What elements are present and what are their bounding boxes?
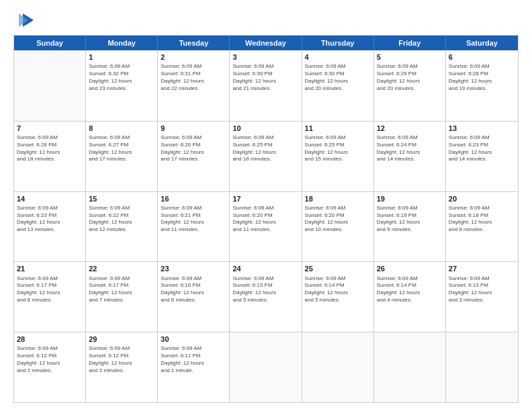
day-info: Sunrise: 6:09 AM Sunset: 6:20 PM Dayligh… [232, 205, 298, 234]
day-info: Sunrise: 6:09 AM Sunset: 6:28 PM Dayligh… [17, 134, 83, 163]
header-day-thursday: Thursday [302, 36, 374, 50]
day-cell-15: 15Sunrise: 6:09 AM Sunset: 6:22 PM Dayli… [86, 192, 158, 262]
calendar-header: SundayMondayTuesdayWednesdayThursdayFrid… [14, 36, 518, 50]
day-number: 21 [17, 264, 83, 273]
day-info: Sunrise: 6:09 AM Sunset: 6:19 PM Dayligh… [377, 205, 443, 234]
day-cell-3: 3Sunrise: 6:09 AM Sunset: 6:30 PM Daylig… [230, 50, 302, 121]
day-number: 18 [305, 194, 371, 203]
day-info: Sunrise: 6:09 AM Sunset: 6:14 PM Dayligh… [305, 275, 371, 304]
day-info: Sunrise: 6:09 AM Sunset: 6:16 PM Dayligh… [161, 275, 226, 304]
day-info: Sunrise: 6:09 AM Sunset: 6:12 PM Dayligh… [89, 345, 154, 374]
calendar: SundayMondayTuesdayWednesdayThursdayFrid… [13, 35, 519, 403]
week-row-5: 28Sunrise: 6:09 AM Sunset: 6:12 PM Dayli… [14, 332, 518, 402]
day-number: 13 [449, 124, 515, 133]
day-info: Sunrise: 6:09 AM Sunset: 6:23 PM Dayligh… [17, 205, 83, 234]
day-info: Sunrise: 6:09 AM Sunset: 6:18 PM Dayligh… [449, 205, 515, 234]
day-info: Sunrise: 6:09 AM Sunset: 6:17 PM Dayligh… [89, 275, 154, 304]
day-number: 29 [89, 334, 154, 344]
day-cell-18: 18Sunrise: 6:09 AM Sunset: 6:20 PM Dayli… [302, 192, 374, 262]
day-info: Sunrise: 6:09 AM Sunset: 6:30 PM Dayligh… [305, 63, 371, 92]
day-cell-19: 19Sunrise: 6:09 AM Sunset: 6:19 PM Dayli… [374, 192, 446, 262]
header-day-friday: Friday [374, 36, 446, 50]
day-cell-17: 17Sunrise: 6:09 AM Sunset: 6:20 PM Dayli… [230, 192, 302, 262]
day-cell-21: 21Sunrise: 6:09 AM Sunset: 6:17 PM Dayli… [14, 262, 86, 332]
day-info: Sunrise: 6:09 AM Sunset: 6:27 PM Dayligh… [89, 134, 154, 163]
day-info: Sunrise: 6:09 AM Sunset: 6:28 PM Dayligh… [449, 63, 515, 92]
day-cell-24: 24Sunrise: 6:09 AM Sunset: 6:15 PM Dayli… [230, 262, 302, 332]
day-number: 30 [161, 334, 226, 344]
day-number: 7 [17, 124, 83, 133]
day-cell-22: 22Sunrise: 6:09 AM Sunset: 6:17 PM Dayli… [86, 262, 158, 332]
header-day-tuesday: Tuesday [158, 36, 230, 50]
empty-cell [230, 332, 302, 402]
day-cell-6: 6Sunrise: 6:09 AM Sunset: 6:28 PM Daylig… [446, 50, 518, 121]
day-info: Sunrise: 6:09 AM Sunset: 6:13 PM Dayligh… [449, 275, 515, 304]
day-info: Sunrise: 6:09 AM Sunset: 6:22 PM Dayligh… [89, 205, 154, 234]
day-cell-20: 20Sunrise: 6:09 AM Sunset: 6:18 PM Dayli… [446, 192, 518, 262]
empty-cell [14, 50, 86, 121]
day-info: Sunrise: 6:09 AM Sunset: 6:29 PM Dayligh… [377, 63, 443, 92]
week-row-2: 7Sunrise: 6:09 AM Sunset: 6:28 PM Daylig… [14, 121, 518, 191]
day-info: Sunrise: 6:09 AM Sunset: 6:30 PM Dayligh… [232, 63, 298, 92]
logo-icon [16, 11, 35, 30]
day-number: 8 [89, 124, 154, 133]
day-info: Sunrise: 6:09 AM Sunset: 6:15 PM Dayligh… [232, 275, 298, 304]
day-number: 24 [232, 264, 298, 273]
day-info: Sunrise: 6:09 AM Sunset: 6:17 PM Dayligh… [17, 275, 83, 304]
day-cell-7: 7Sunrise: 6:09 AM Sunset: 6:28 PM Daylig… [14, 122, 86, 191]
day-cell-9: 9Sunrise: 6:09 AM Sunset: 6:26 PM Daylig… [158, 122, 230, 191]
header-day-wednesday: Wednesday [230, 36, 302, 50]
day-cell-27: 27Sunrise: 6:09 AM Sunset: 6:13 PM Dayli… [446, 262, 518, 332]
day-cell-10: 10Sunrise: 6:09 AM Sunset: 6:25 PM Dayli… [230, 122, 302, 191]
day-number: 26 [377, 264, 443, 273]
day-number: 10 [232, 124, 298, 133]
day-number: 28 [17, 334, 83, 344]
day-cell-1: 1Sunrise: 6:09 AM Sunset: 6:32 PM Daylig… [86, 50, 158, 121]
day-cell-30: 30Sunrise: 6:09 AM Sunset: 6:11 PM Dayli… [158, 332, 230, 402]
day-cell-14: 14Sunrise: 6:09 AM Sunset: 6:23 PM Dayli… [14, 192, 86, 262]
empty-cell [446, 332, 518, 402]
day-cell-8: 8Sunrise: 6:09 AM Sunset: 6:27 PM Daylig… [86, 122, 158, 191]
day-cell-16: 16Sunrise: 6:09 AM Sunset: 6:21 PM Dayli… [158, 192, 230, 262]
day-number: 20 [449, 194, 515, 203]
week-row-1: 1Sunrise: 6:09 AM Sunset: 6:32 PM Daylig… [14, 50, 518, 121]
day-info: Sunrise: 6:09 AM Sunset: 6:23 PM Dayligh… [449, 134, 515, 163]
day-number: 5 [377, 52, 443, 62]
header-day-monday: Monday [86, 36, 158, 50]
day-info: Sunrise: 6:09 AM Sunset: 6:20 PM Dayligh… [305, 205, 371, 234]
calendar-body: 1Sunrise: 6:09 AM Sunset: 6:32 PM Daylig… [14, 50, 518, 402]
day-number: 3 [232, 52, 298, 62]
day-cell-23: 23Sunrise: 6:09 AM Sunset: 6:16 PM Dayli… [158, 262, 230, 332]
day-info: Sunrise: 6:09 AM Sunset: 6:26 PM Dayligh… [161, 134, 226, 163]
day-info: Sunrise: 6:09 AM Sunset: 6:12 PM Dayligh… [17, 345, 83, 374]
day-info: Sunrise: 6:09 AM Sunset: 6:14 PM Dayligh… [377, 275, 443, 304]
day-number: 12 [377, 124, 443, 133]
day-number: 23 [161, 264, 226, 273]
day-cell-13: 13Sunrise: 6:09 AM Sunset: 6:23 PM Dayli… [446, 122, 518, 191]
day-cell-28: 28Sunrise: 6:09 AM Sunset: 6:12 PM Dayli… [14, 332, 86, 402]
day-info: Sunrise: 6:09 AM Sunset: 6:21 PM Dayligh… [161, 205, 226, 234]
day-number: 9 [161, 124, 226, 133]
week-row-4: 21Sunrise: 6:09 AM Sunset: 6:17 PM Dayli… [14, 261, 518, 332]
day-number: 2 [161, 52, 226, 62]
day-number: 4 [305, 52, 371, 62]
day-cell-5: 5Sunrise: 6:09 AM Sunset: 6:29 PM Daylig… [374, 50, 446, 121]
day-info: Sunrise: 6:09 AM Sunset: 6:24 PM Dayligh… [377, 134, 443, 163]
day-cell-2: 2Sunrise: 6:09 AM Sunset: 6:31 PM Daylig… [158, 50, 230, 121]
day-number: 6 [449, 52, 515, 62]
day-cell-25: 25Sunrise: 6:09 AM Sunset: 6:14 PM Dayli… [302, 262, 374, 332]
day-number: 15 [89, 194, 154, 203]
day-info: Sunrise: 6:09 AM Sunset: 6:11 PM Dayligh… [161, 345, 226, 374]
header-day-sunday: Sunday [14, 36, 86, 50]
day-cell-4: 4Sunrise: 6:09 AM Sunset: 6:30 PM Daylig… [302, 50, 374, 121]
header-day-saturday: Saturday [446, 36, 518, 50]
day-number: 16 [161, 194, 226, 203]
day-info: Sunrise: 6:09 AM Sunset: 6:32 PM Dayligh… [89, 63, 154, 92]
logo [13, 11, 35, 30]
day-cell-29: 29Sunrise: 6:09 AM Sunset: 6:12 PM Dayli… [86, 332, 158, 402]
day-number: 27 [449, 264, 515, 273]
header [13, 11, 519, 30]
day-number: 11 [305, 124, 371, 133]
empty-cell [302, 332, 374, 402]
day-number: 25 [305, 264, 371, 273]
